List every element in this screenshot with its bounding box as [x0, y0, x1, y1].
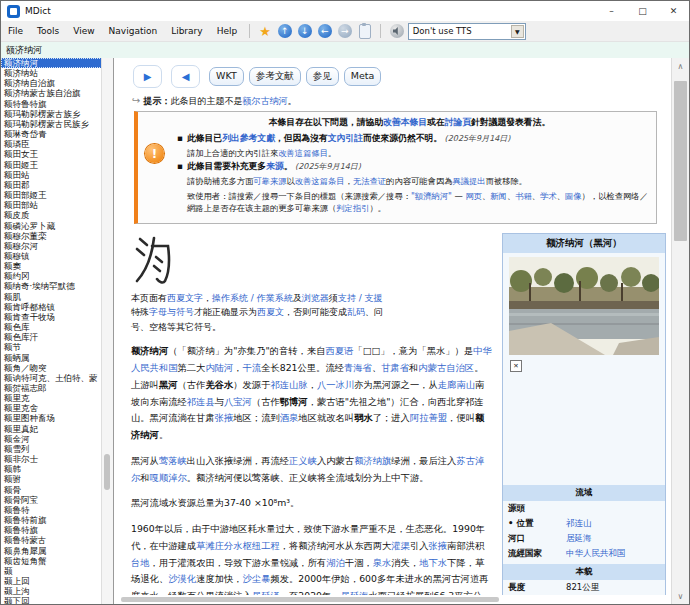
search-input[interactable] — [1, 42, 689, 58]
wiki-link[interactable]: 额济纳旗 — [354, 455, 391, 466]
list-item[interactable]: 额里图种畜场 — [1, 413, 102, 423]
list-item[interactable]: 额贺福志郎 — [1, 383, 102, 393]
list-item[interactable]: 额蛃属 — [1, 353, 102, 363]
list-item[interactable]: 额里真妃 — [1, 424, 102, 434]
list-item[interactable]: 额纳奇·埃纳罕默德 — [1, 281, 102, 291]
wiki-link[interactable]: 酒泉 — [280, 412, 299, 423]
wiki-link[interactable]: 嘎顺淖尔 — [150, 472, 187, 483]
wiki-link[interactable]: 无法查证 — [353, 176, 386, 186]
list-item[interactable]: 额玛勒郭楞蒙古民族乡 — [1, 119, 102, 129]
wiki-link[interactable]: 祁连山 — [566, 518, 592, 528]
wiki-link[interactable]: 八宝河 — [224, 396, 252, 407]
list-item[interactable]: 额济纳自治旗 — [1, 78, 102, 88]
list-item[interactable]: 额肌 — [1, 292, 102, 302]
wiki-link[interactable]: 阿拉善盟 — [410, 412, 447, 423]
wiki-link[interactable]: 居延海 — [566, 533, 592, 543]
wiki-link[interactable]: 浏览器 — [302, 293, 329, 303]
list-item[interactable]: 额济纳蒙古族自治旗 — [1, 88, 102, 98]
wiki-link[interactable]: 西夏文字 — [167, 293, 203, 303]
horizontal-scrollbar[interactable] — [117, 595, 651, 603]
list-item[interactable]: 额特鲁特旗 — [1, 99, 102, 109]
wiki-link[interactable]: 台地 — [131, 557, 150, 568]
list-item[interactable]: 额节 — [1, 342, 102, 352]
list-item[interactable]: 额鲁特 — [1, 505, 102, 515]
list-item[interactable]: 额穆尔董栾 — [1, 231, 102, 241]
list-item[interactable]: 额田站 — [1, 170, 102, 180]
list-item[interactable]: 颞 — [1, 566, 102, 576]
list-item[interactable]: 额韩 — [1, 464, 102, 474]
maximize-icon[interactable]: □ — [627, 1, 658, 21]
list-item[interactable]: 额窦 — [1, 261, 102, 271]
menu-item-tools[interactable]: Tools — [30, 26, 66, 36]
wiki-link[interactable]: 字母与符号 — [149, 307, 194, 317]
list-item[interactable]: 额骨阿宝 — [1, 495, 102, 505]
wiki-link[interactable]: 改善這篇條目 — [278, 148, 328, 158]
tab-WKT[interactable]: WKT — [209, 67, 244, 86]
wiki-link[interactable]: 网页 — [465, 191, 482, 201]
wiki-link[interactable]: 可靠来源 — [253, 176, 286, 186]
list-item[interactable]: 额鲁特前旗 — [1, 515, 102, 525]
list-item[interactable]: 颞上沟 — [1, 586, 102, 596]
list-item[interactable]: 额讷特珂克、土伯特、蒙 — [1, 373, 102, 383]
list-item[interactable]: 额鲁特蒙古 — [1, 535, 102, 545]
wiki-link[interactable]: 操作系统 / 作業系統 — [212, 293, 293, 303]
vertical-scrollbar-thumb[interactable] — [674, 81, 687, 241]
wiki-link[interactable]: 支持 / 支援 — [338, 293, 383, 303]
list-item[interactable]: 额金河 — [1, 434, 102, 444]
wiki-link[interactable]: 沙尘暴 — [243, 573, 271, 584]
list-item[interactable]: 额田姬王 — [1, 160, 102, 170]
list-item[interactable]: 额约冈 — [1, 271, 102, 281]
vertical-scrollbar[interactable]: ∧ ∨ — [671, 58, 689, 604]
scrollbar-up-icon[interactable]: ∧ — [672, 58, 689, 74]
wiki-link[interactable]: 正义峡 — [289, 455, 317, 466]
list-item[interactable]: 额皮质 — [1, 210, 102, 220]
list-item[interactable]: 额穆尔河 — [1, 241, 102, 251]
wiki-link[interactable]: 改善本條目 — [383, 117, 427, 127]
wiki-link[interactable]: 张掖 — [429, 540, 448, 551]
wiki-link[interactable]: 青海省 — [344, 362, 372, 373]
scroll-up-button[interactable]: ↑ — [278, 24, 292, 38]
list-item[interactable]: 额鼻角犀属 — [1, 546, 102, 556]
list-item[interactable]: 额田女王 — [1, 149, 102, 159]
wiki-link[interactable]: 张掖 — [215, 412, 234, 423]
wiki-link[interactable]: "額濟納河" — [411, 191, 452, 201]
wiki-link[interactable]: 祁连县 — [187, 396, 215, 407]
wiki-link[interactable]: 判定指引 — [336, 203, 369, 213]
wiki-link[interactable]: 地下水 — [419, 557, 447, 568]
wiki-link[interactable]: 中华人民共和国 — [566, 548, 626, 558]
list-item[interactable]: 额非尔士 — [1, 454, 102, 464]
list-item[interactable]: 额穆镇 — [1, 251, 102, 261]
tab-Meta[interactable]: Meta — [344, 67, 382, 86]
chevron-down-icon[interactable]: ▼ — [511, 25, 524, 38]
list-item[interactable]: 额济纳河 — [1, 58, 102, 68]
wiki-link[interactable]: 祁连山脉 — [270, 379, 307, 390]
wiki-link[interactable]: 灌渠 — [391, 540, 410, 551]
wiki-link[interactable]: 学术 — [540, 191, 557, 201]
history-back-button[interactable]: ← — [318, 24, 332, 38]
wiki-link[interactable]: 圖像 — [565, 191, 582, 201]
list-item[interactable]: 额田部站 — [1, 200, 102, 210]
wiki-link[interactable]: 草滩庄分水枢纽工程 — [196, 540, 280, 551]
list-item[interactable]: 额雪列 — [1, 444, 102, 454]
history-forward-button[interactable]: → — [338, 24, 352, 38]
list-item[interactable]: 额齿短角蟹 — [1, 556, 102, 566]
wiki-link[interactable]: 列出參考文獻 — [222, 133, 275, 143]
list-item[interactable]: 额济纳站 — [1, 68, 102, 78]
menu-item-library[interactable]: Library — [164, 26, 209, 36]
wiki-link[interactable]: 西夏语 — [326, 345, 354, 356]
river-photo[interactable] — [509, 257, 659, 355]
list-item[interactable]: 额角／吻突 — [1, 363, 102, 373]
list-item[interactable]: 额驸 — [1, 474, 102, 484]
scrollbar-down-icon[interactable]: ∨ — [672, 588, 689, 604]
list-item[interactable]: 额骨 — [1, 485, 102, 495]
scroll-down-button[interactable]: ↓ — [298, 24, 312, 38]
wiki-link[interactable]: 湖泊 — [326, 557, 345, 568]
wiki-link[interactable]: 内蒙古自治区 — [418, 362, 474, 373]
list-item[interactable]: 额玛勒郭楞蒙古族乡 — [1, 109, 102, 119]
list-item[interactable]: 颞下回 — [1, 596, 102, 604]
minimize-icon[interactable]: – — [596, 1, 627, 21]
list-item[interactable]: 额里克舍 — [1, 403, 102, 413]
list-item[interactable]: 额色库 — [1, 322, 102, 332]
menu-item-help[interactable]: Help — [210, 26, 245, 36]
tab-参见[interactable]: 参见 — [306, 67, 339, 86]
